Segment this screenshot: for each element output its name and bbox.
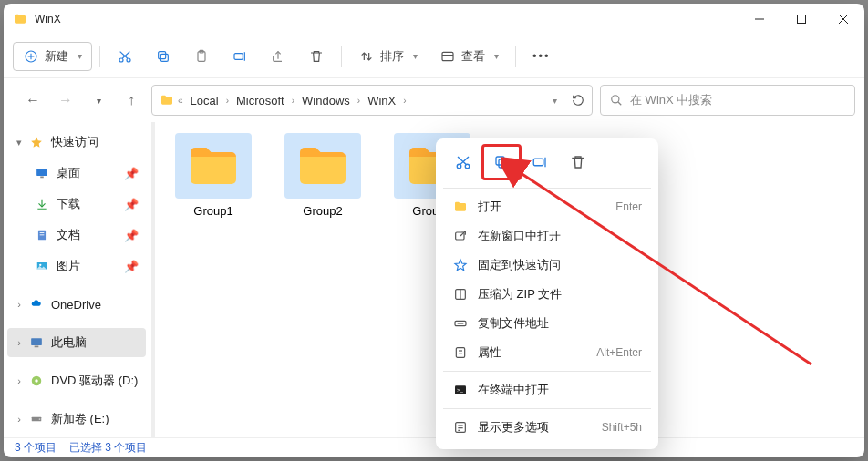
search-icon	[610, 94, 623, 107]
new-window-icon	[452, 228, 469, 244]
ctx-shortcut: Enter	[615, 200, 642, 213]
sidebar-downloads[interactable]: 下载 📌	[7, 190, 146, 219]
sidebar-onedrive[interactable]: › OneDrive	[7, 290, 146, 319]
share-icon	[270, 48, 286, 65]
svg-rect-20	[442, 52, 453, 60]
pc-icon	[29, 335, 44, 350]
context-menu: 打开 Enter 在新窗口中打开 固定到快速访问 压缩为 ZIP 文件 复制文件…	[436, 138, 658, 449]
body: ▾ 快速访问 桌面 📌 下载 📌 文档 📌 图片	[4, 122, 864, 437]
sidebar-label: 此电脑	[51, 334, 87, 351]
close-button[interactable]	[822, 4, 864, 35]
svg-point-32	[39, 264, 41, 266]
search-box[interactable]: 在 WinX 中搜索	[600, 85, 855, 116]
svg-text:>_: >_	[457, 387, 464, 393]
ctx-compress-zip[interactable]: 压缩为 ZIP 文件	[443, 280, 651, 309]
view-button[interactable]: 查看 ▾	[430, 42, 508, 71]
pin-icon: 📌	[124, 260, 139, 273]
breadcrumb-item[interactable]: Windows	[298, 92, 354, 109]
paste-icon	[193, 48, 210, 65]
ctx-open[interactable]: 打开 Enter	[443, 192, 651, 221]
folder-item[interactable]: Group1	[168, 133, 259, 218]
cut-icon	[117, 48, 133, 65]
svg-rect-11	[160, 54, 168, 61]
star-icon	[452, 257, 469, 273]
folder-label: Group2	[303, 204, 342, 218]
status-selected: 已选择 3 个项目	[69, 440, 147, 456]
breadcrumb-item[interactable]: Microsoft	[232, 92, 288, 109]
sort-icon	[358, 48, 375, 65]
breadcrumb-item[interactable]: Local	[187, 92, 222, 109]
sidebar-volume[interactable]: › 新加卷 (E:)	[7, 405, 146, 434]
paste-button[interactable]	[184, 42, 219, 71]
sidebar-label: 桌面	[57, 165, 80, 181]
ctx-label: 打开	[478, 199, 501, 215]
view-label: 查看	[461, 48, 485, 65]
chevron-down-icon: ▾	[78, 51, 82, 61]
download-icon	[35, 197, 49, 211]
ctx-open-new-window[interactable]: 在新窗口中打开	[443, 221, 651, 251]
status-bar: 3 个项目 已选择 3 个项目	[4, 437, 864, 457]
plus-circle-icon	[23, 48, 39, 65]
cut-button[interactable]	[108, 42, 142, 71]
copy-button[interactable]	[146, 42, 181, 71]
recent-button[interactable]: ▾	[86, 87, 111, 113]
refresh-button[interactable]	[572, 94, 584, 107]
address-bar[interactable]: « Local› Microsoft› Windows› WinX› ▾	[151, 85, 593, 116]
ctx-label: 固定到快速访问	[478, 257, 561, 273]
ctx-label: 在终端中打开	[478, 382, 549, 398]
folder-open-icon	[452, 199, 469, 215]
svg-rect-33	[31, 338, 42, 345]
drive-icon	[29, 412, 44, 426]
sidebar-documents[interactable]: 文档 📌	[7, 220, 146, 250]
sidebar-label: DVD 驱动器 (D:)	[51, 373, 138, 389]
sidebar-label: 新加卷 (E:)	[51, 411, 109, 427]
sidebar-desktop[interactable]: 桌面 📌	[7, 159, 146, 188]
ctx-copy-path[interactable]: 复制文件地址	[443, 309, 651, 338]
ctx-copy-button[interactable]	[485, 148, 518, 177]
sort-label: 排序	[380, 48, 404, 65]
chevron-down-icon[interactable]: ▾	[553, 96, 557, 106]
new-button[interactable]: 新建 ▾	[13, 42, 92, 71]
ctx-show-more[interactable]: 显示更多选项 Shift+5h	[443, 413, 651, 442]
pin-icon: 📌	[124, 167, 139, 180]
breadcrumb-item[interactable]: WinX	[364, 92, 399, 109]
sidebar-pictures[interactable]: 图片 📌	[7, 251, 146, 281]
rename-button[interactable]	[222, 42, 257, 71]
delete-icon	[308, 48, 325, 65]
folder-icon	[160, 93, 174, 108]
up-button[interactable]: ↑	[119, 87, 144, 113]
ctx-open-terminal[interactable]: >_ 在终端中打开	[443, 375, 651, 405]
maximize-button[interactable]	[780, 4, 822, 35]
sidebar-quick-access[interactable]: ▾ 快速访问	[7, 128, 146, 157]
share-button[interactable]	[261, 42, 295, 71]
ctx-label: 显示更多选项	[478, 419, 549, 435]
delete-button[interactable]	[299, 42, 334, 71]
ctx-properties[interactable]: 属性 Alt+Enter	[443, 338, 651, 367]
ctx-cut-button[interactable]	[447, 148, 480, 177]
minimize-button[interactable]	[739, 4, 780, 35]
sidebar-dvd[interactable]: › DVD 驱动器 (D:)	[7, 366, 146, 395]
ctx-rename-button[interactable]	[523, 148, 556, 177]
sidebar: ▾ 快速访问 桌面 📌 下载 📌 文档 📌 图片	[4, 122, 150, 437]
sidebar-this-pc[interactable]: › 此电脑	[7, 328, 146, 357]
sidebar-resize-handle[interactable]	[151, 122, 155, 437]
ctx-delete-button[interactable]	[562, 148, 594, 177]
chevron-right-icon: ›	[13, 375, 26, 386]
forward-button[interactable]: →	[53, 87, 78, 113]
ctx-label: 压缩为 ZIP 文件	[478, 286, 562, 302]
folder-item[interactable]: Group2	[277, 133, 368, 218]
svg-point-40	[465, 164, 470, 169]
ctx-pin-quick-access[interactable]: 固定到快速访问	[443, 251, 651, 280]
back-button[interactable]: ←	[20, 87, 46, 113]
more-button[interactable]: •••	[523, 42, 560, 71]
explorer-window: WinX 新建 ▾ 排序 ▾ 查看 ▾ •••	[4, 4, 864, 457]
onedrive-icon	[29, 297, 44, 312]
svg-rect-1	[798, 15, 806, 24]
folder-icon	[175, 133, 252, 199]
chevron-down-icon: ▾	[13, 137, 26, 149]
pin-icon: 📌	[124, 198, 139, 211]
svg-rect-12	[159, 51, 166, 58]
sidebar-label: 下载	[57, 196, 80, 212]
svg-rect-53	[456, 348, 464, 358]
sort-button[interactable]: 排序 ▾	[349, 42, 427, 71]
